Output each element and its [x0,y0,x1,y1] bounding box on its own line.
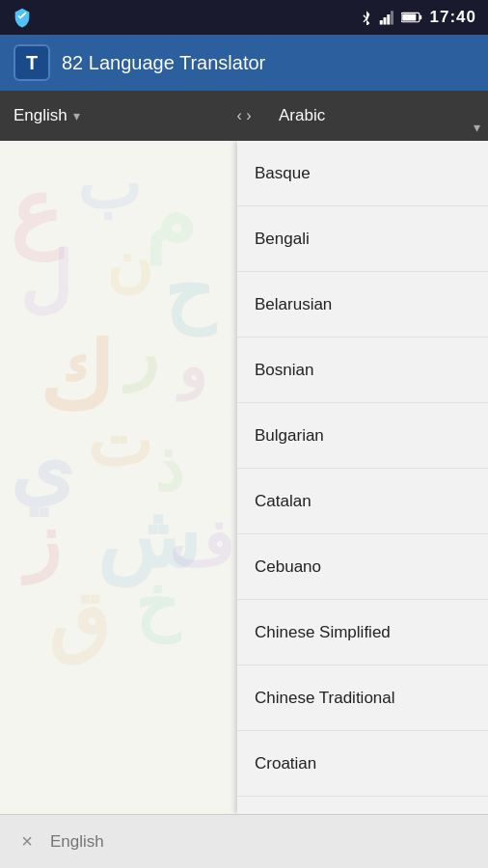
source-language-arrow-icon: ▾ [73,108,80,123]
dropdown-language-item[interactable]: Croatian [237,731,488,797]
status-bar-right: 17:40 [359,8,476,27]
svg-rect-2 [387,14,390,25]
bg-letter: ز [24,498,61,585]
status-icons [359,10,422,25]
language-dropdown[interactable]: BasqueBengaliBelarusianBosnianBulgarianC… [237,141,488,814]
target-language-arrow-icon: ▾ [474,120,480,135]
bg-letter: ف [169,507,233,580]
dropdown-language-item[interactable]: Chinese Traditional [237,665,488,731]
bg-letter: ت [87,401,152,482]
svg-rect-6 [402,14,416,20]
bg-letter: و [178,334,206,401]
bg-letter: ح [164,247,214,337]
dropdown-language-item[interactable]: Catalan [237,469,488,534]
source-language-selector[interactable]: English ▾ [0,91,223,141]
app-icon: T [14,44,50,81]
bg-letter: ب [77,146,141,225]
shield-icon [12,7,33,28]
dropdown-language-item[interactable]: Basque [237,141,488,206]
main-content: عبملنحكرويتذزشفقخ BasqueBengaliBelarusia… [0,141,488,814]
dropdown-language-item[interactable]: Chinese Simplified [237,600,488,665]
source-language-text: English [14,106,68,125]
svg-rect-3 [391,11,393,24]
dropdown-language-item[interactable]: Belarusian [237,272,488,338]
target-language-text: Arabic [279,106,325,125]
bg-letter: ن [106,228,152,300]
language-bar: English ▾ ‹ › Arabic ▾ [0,91,488,141]
clear-button[interactable]: × [14,830,41,853]
battery-icon [401,11,422,24]
svg-rect-0 [379,20,382,25]
bg-letter: ر [125,314,158,393]
dropdown-language-item[interactable]: Bosnian [237,338,488,403]
swap-languages-button[interactable]: ‹ › [223,91,265,141]
target-language-selector[interactable]: Arabic ▾ [265,91,488,141]
bluetooth-icon [359,10,374,25]
bottom-input-bar: × [0,814,488,868]
dropdown-language-item[interactable]: Bulgarian [237,403,488,469]
dropdown-language-item[interactable]: Czech [237,797,488,814]
bg-letter: ق [48,575,110,666]
status-time: 17:40 [430,8,476,27]
app-title: 82 Language Translator [62,52,265,74]
translation-input[interactable] [50,832,474,852]
svg-rect-1 [383,17,386,25]
app-bar: T 82 Language Translator [0,35,488,91]
status-bar: 17:40 [0,0,488,35]
dropdown-language-item[interactable]: Bengali [237,206,488,272]
status-bar-left [12,7,33,28]
dropdown-language-item[interactable]: Cebuano [237,534,488,600]
signal-icon [379,10,396,25]
svg-rect-5 [419,15,420,20]
bg-letter: خ [135,565,178,644]
bg-letter: ل [19,237,72,322]
